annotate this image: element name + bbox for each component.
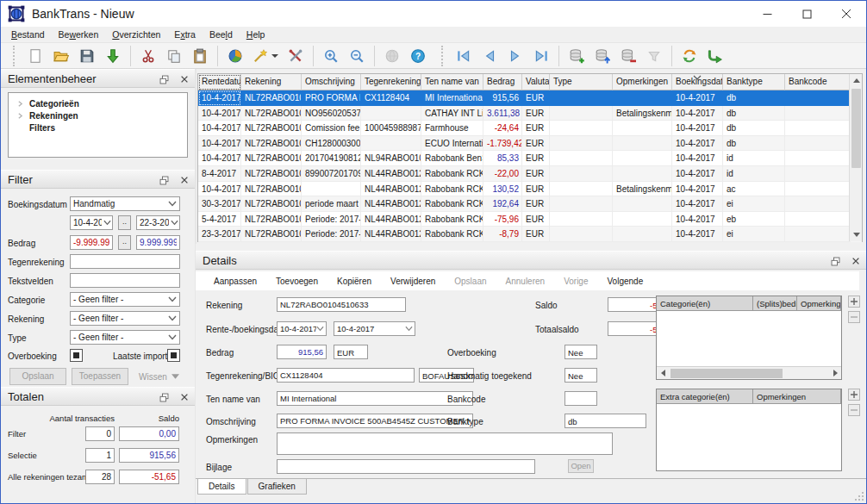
database-remove-button[interactable]: [615, 45, 641, 67]
cell-banktype[interactable]: db: [723, 90, 785, 106]
last-record-button[interactable]: [528, 45, 554, 67]
cell-rekening[interactable]: NL72RABO01045...: [241, 227, 302, 242]
zoom-out-button[interactable]: [344, 45, 370, 67]
import-arrow-button[interactable]: [100, 45, 126, 67]
column-header-bedrag[interactable]: Bedrag: [483, 74, 522, 90]
cell-tennamevan[interactable]: MI International: [421, 90, 483, 106]
cell-opmerkingen[interactable]: Betalingskenmerk...: [613, 182, 672, 197]
cell-tennamevan[interactable]: Rabobank RCKV: [421, 196, 483, 212]
rentedatum-combo[interactable]: 10-4-2017: [277, 321, 327, 336]
dropdown-arrow-icon[interactable]: [271, 54, 278, 58]
float-panel-icon[interactable]: [828, 254, 842, 268]
magic-wand-button[interactable]: [248, 45, 283, 67]
tree-item-rekeningen[interactable]: Rekeningen: [9, 109, 187, 121]
cell-bedrag[interactable]: 915,56: [483, 90, 522, 106]
cell-bedrag[interactable]: -8,79: [483, 227, 522, 242]
float-panel-icon[interactable]: [157, 173, 171, 187]
cell-tennamevan[interactable]: Rabobank RCKV: [421, 182, 483, 197]
cell-type[interactable]: [550, 166, 613, 182]
cell-rekening[interactable]: NL72RABO01045...: [241, 90, 302, 106]
cell-rentedatum[interactable]: 23-3-2017: [198, 227, 241, 242]
cell-valuta[interactable]: EUR: [522, 182, 550, 197]
cell-tennamevan[interactable]: Rabobank BenS: [421, 151, 483, 166]
table-row[interactable]: 30-3-2017NL72RABO01045...periode maart 2…: [198, 196, 862, 212]
maximize-button[interactable]: [787, 1, 826, 27]
cell-tennamevan[interactable]: Rabobank RCKV: [421, 227, 483, 242]
cell-bedrag[interactable]: 3.611,38: [483, 106, 522, 121]
wissen-button[interactable]: Wissen: [139, 372, 167, 382]
cell-opmerkingen[interactable]: [613, 166, 672, 182]
table-row[interactable]: 23-3-2017NL72RABO01045...Periode: 2017-0…: [198, 227, 862, 242]
column-header-opmerkingen[interactable]: Opmerkingen: [613, 74, 672, 90]
cell-banktype[interactable]: db: [723, 106, 785, 121]
close-button[interactable]: [826, 1, 866, 27]
cell-bankcode[interactable]: [785, 106, 851, 121]
opslaan-button[interactable]: Opslaan: [9, 368, 66, 385]
date-from-combo[interactable]: 10-4-2017: [70, 215, 113, 230]
previous-record-button[interactable]: [477, 45, 502, 67]
toevoegen-action[interactable]: Toevoegen: [266, 274, 327, 289]
cell-tegenrekening[interactable]: NL94RABO01045...: [361, 151, 421, 166]
cell-bankcode[interactable]: [785, 121, 851, 136]
toolbar-drag-handle[interactable]: [441, 46, 446, 66]
cell-opmerkingen[interactable]: [613, 121, 672, 136]
cell-tennamevan[interactable]: Rabobank RCKV: [421, 212, 483, 227]
close-panel-icon[interactable]: [178, 173, 191, 187]
cell-banktype[interactable]: db: [723, 121, 785, 136]
cell-type[interactable]: [550, 227, 613, 242]
cell-rekening[interactable]: NL72RABO01045...: [241, 196, 302, 212]
scroll-down-icon[interactable]: [850, 228, 863, 241]
scroll-right-icon[interactable]: [829, 367, 841, 379]
cell-type[interactable]: [550, 196, 613, 212]
cell-rekening[interactable]: NL72RABO01045...: [241, 182, 302, 197]
open-folder-button[interactable]: [48, 45, 74, 67]
cell-banktype[interactable]: db: [723, 136, 785, 152]
cell-boekingsdatum[interactable]: 10-4-2017: [672, 136, 723, 152]
bedrag-range-button[interactable]: ..: [118, 235, 131, 250]
cell-valuta[interactable]: EUR: [522, 166, 550, 182]
cell-boekingsdatum[interactable]: 10-4-2017: [672, 227, 723, 242]
column-header-valuta[interactable]: Valuta: [522, 74, 550, 90]
cell-banktype[interactable]: ac: [723, 182, 785, 197]
cell-rekening[interactable]: NL72RABO01045...: [241, 136, 302, 152]
add-extra-categorie-button[interactable]: [848, 389, 860, 401]
cell-valuta[interactable]: EUR: [522, 212, 550, 227]
cell-rentedatum[interactable]: 10-4-2017: [198, 121, 241, 136]
cell-rentedatum[interactable]: 10-4-2017: [198, 106, 241, 121]
float-panel-icon[interactable]: [157, 390, 171, 404]
column-header-tegenrekening[interactable]: Tegenrekening: [361, 74, 421, 90]
cell-tegenrekening[interactable]: NL44RABO01234...: [361, 196, 421, 212]
rekening-input[interactable]: [277, 297, 406, 312]
cell-omschrijving[interactable]: PRO FORMA INV...: [302, 90, 361, 106]
cell-tegenrekening[interactable]: NL44RABO01234...: [361, 166, 421, 182]
new-document-button[interactable]: [22, 45, 48, 67]
cell-tegenrekening[interactable]: NL44RABO01234...: [361, 212, 421, 227]
cell-type[interactable]: [550, 151, 613, 166]
laatste-import-checkbox[interactable]: [167, 349, 180, 362]
cell-omschrijving[interactable]: NO95602053797...: [302, 106, 361, 121]
cell-opmerkingen[interactable]: Betalingskenmerk...: [613, 106, 672, 121]
float-panel-icon[interactable]: [157, 72, 171, 86]
chevron-right-icon[interactable]: [12, 111, 28, 121]
tegenrekening-input[interactable]: [277, 368, 415, 383]
cell-bedrag[interactable]: 85,33: [483, 151, 522, 166]
open-button[interactable]: Open: [568, 459, 594, 473]
minimize-button[interactable]: [747, 1, 787, 27]
cell-omschrijving[interactable]: 2017041908123...: [302, 151, 361, 166]
cell-rentedatum[interactable]: 30-3-2017: [198, 196, 241, 212]
cell-banktype[interactable]: id: [723, 151, 785, 166]
cell-tennamevan[interactable]: CATHAY INT Limi...: [421, 106, 483, 121]
tree-item-filters[interactable]: Filters: [9, 121, 187, 134]
menu-bestand[interactable]: Bestand: [4, 28, 52, 41]
cell-valuta[interactable]: EUR: [522, 227, 550, 242]
cell-omschrijving[interactable]: periode maart 20...: [302, 196, 361, 212]
cell-opmerkingen[interactable]: [613, 136, 672, 152]
pie-chart-button[interactable]: [222, 45, 248, 67]
cell-bankcode[interactable]: [785, 182, 851, 197]
scroll-thumb[interactable]: [671, 369, 783, 378]
cell-tegenrekening[interactable]: NL44RABO01234...: [361, 182, 421, 197]
cell-omschrijving[interactable]: CH12800030000...: [302, 136, 361, 152]
ten-name-van-input[interactable]: [277, 391, 473, 406]
database-add-button[interactable]: [564, 45, 589, 67]
cell-valuta[interactable]: EUR: [522, 151, 550, 166]
